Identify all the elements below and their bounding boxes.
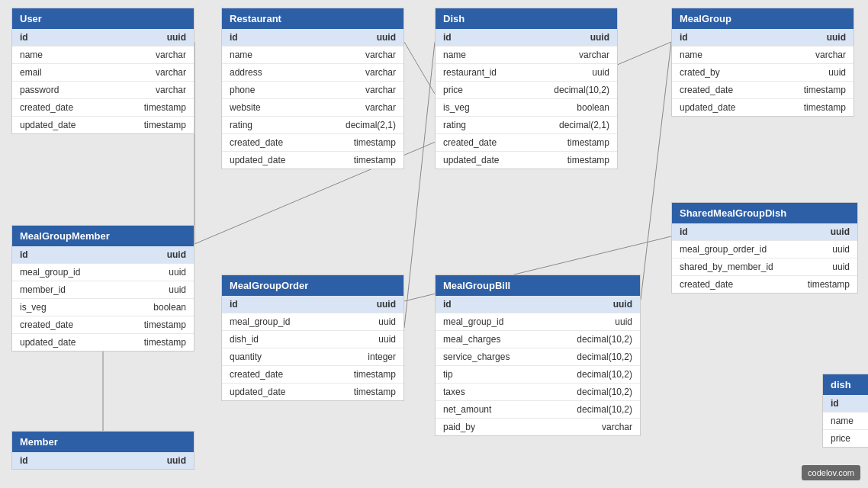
table-row: iduuid xyxy=(672,223,857,241)
col-type: varchar xyxy=(365,85,396,95)
table-row: ratingdecimal(2,1) xyxy=(222,117,403,134)
col-type: varchar xyxy=(365,50,396,60)
col-type: timestamp xyxy=(567,137,609,148)
col-name: created_date xyxy=(20,319,73,330)
col-name: meal_group_id xyxy=(443,316,503,327)
col-type: uuid xyxy=(377,299,396,310)
col-type: uuid xyxy=(167,455,186,466)
table-row: net_amountdecimal(10,2) xyxy=(436,401,640,419)
col-name: created_date xyxy=(443,137,497,148)
col-name: updated_date xyxy=(230,155,285,165)
col-type: timestamp xyxy=(354,155,396,165)
table-row: paid_byvarchar xyxy=(436,419,640,435)
col-type: integer xyxy=(368,352,396,362)
table-row: iduuid xyxy=(12,246,194,264)
col-type: uuid xyxy=(832,244,850,255)
col-name: website xyxy=(230,102,261,113)
table-row: created_datetimestamp xyxy=(672,82,854,99)
table-title-SharedMealGroupDish: SharedMealGroupDish xyxy=(672,203,857,223)
table-row: meal_group_order_iduuid xyxy=(672,241,857,258)
col-type: decimal(10,2) xyxy=(554,85,609,95)
col-type: boolean xyxy=(153,302,186,313)
col-name: paid_by xyxy=(443,422,475,432)
table-row: iduuid xyxy=(12,452,194,469)
col-name: address xyxy=(230,67,262,78)
table-title-Dish: Dish xyxy=(436,8,617,29)
col-name: tip xyxy=(443,369,453,380)
watermark: codelov.com xyxy=(802,465,860,480)
table-row: updated_datetimestamp xyxy=(222,152,403,169)
col-name: id xyxy=(680,32,688,43)
col-type: uuid xyxy=(167,249,186,260)
col-type: varchar xyxy=(365,102,396,113)
col-name: restaurant_id xyxy=(443,67,497,78)
col-type: varchar xyxy=(602,422,632,432)
col-name: name xyxy=(230,50,252,60)
table-row: is_vegboolean xyxy=(12,299,194,316)
col-type: varchar xyxy=(156,67,186,78)
col-name: id xyxy=(831,398,839,409)
table-User: Useriduuidnamevarcharemailvarcharpasswor… xyxy=(11,8,194,134)
table-row: namevarchar xyxy=(436,47,617,64)
table-row: tipdecimal(10,2) xyxy=(436,366,640,384)
table-row: iduuid xyxy=(12,29,194,47)
table-row: name xyxy=(823,413,868,430)
table-title-MealGroupMember: MealGroupMember xyxy=(12,226,194,246)
table-row: updated_datetimestamp xyxy=(222,384,403,400)
col-name: created_date xyxy=(20,102,73,113)
svg-line-5 xyxy=(641,42,671,300)
col-name: meal_group_id xyxy=(20,267,80,278)
table-row: service_chargesdecimal(10,2) xyxy=(436,348,640,366)
table-title-User: User xyxy=(12,8,194,29)
table-row: namevarchar xyxy=(672,47,854,64)
col-name: id xyxy=(443,32,452,43)
col-name: updated_date xyxy=(20,337,76,348)
col-type: uuid xyxy=(832,262,850,272)
col-name: id xyxy=(20,455,28,466)
table-row: ratingdecimal(2,1) xyxy=(436,117,617,134)
col-type: timestamp xyxy=(804,85,846,95)
col-name: is_veg xyxy=(443,102,470,113)
col-name: created_date xyxy=(680,85,733,95)
col-name: name xyxy=(831,416,854,426)
table-row: updated_datetimestamp xyxy=(12,334,194,351)
table-row: price xyxy=(823,430,868,447)
table-Member: Memberiduuid xyxy=(11,431,194,470)
col-name: phone xyxy=(230,85,255,95)
col-type: timestamp xyxy=(144,102,186,113)
table-row: created_datetimestamp xyxy=(436,134,617,152)
table-row: namevarchar xyxy=(12,47,194,64)
col-name: is_veg xyxy=(20,302,47,313)
col-type: uuid xyxy=(167,32,186,43)
table-row: iduuid xyxy=(222,29,403,47)
table-row: taxesdecimal(10,2) xyxy=(436,384,640,401)
col-type: decimal(10,2) xyxy=(577,352,632,362)
table-dish_partial: dishidnameprice xyxy=(822,374,868,448)
col-type: varchar xyxy=(156,85,186,95)
col-name: password xyxy=(20,85,59,95)
col-type: decimal(10,2) xyxy=(577,334,632,345)
table-MealGroupOrder: MealGroupOrderiduuidmeal_group_iduuiddis… xyxy=(221,274,404,401)
col-name: taxes xyxy=(443,387,465,397)
table-row: phonevarchar xyxy=(222,82,403,99)
col-name: updated_date xyxy=(443,155,499,165)
col-name: meal_group_id xyxy=(230,316,290,327)
col-type: uuid xyxy=(590,32,609,43)
col-type: decimal(2,1) xyxy=(559,120,609,130)
table-row: id xyxy=(823,395,868,413)
col-name: created_date xyxy=(230,369,283,380)
col-type: decimal(10,2) xyxy=(577,369,632,380)
table-row: meal_group_iduuid xyxy=(12,264,194,281)
col-type: decimal(2,1) xyxy=(346,120,396,130)
col-type: decimal(10,2) xyxy=(577,404,632,415)
col-name: id xyxy=(443,299,452,310)
col-type: decimal(10,2) xyxy=(577,387,632,397)
col-type: uuid xyxy=(831,226,850,237)
table-row: updated_datetimestamp xyxy=(12,117,194,133)
table-row: websitevarchar xyxy=(222,99,403,117)
table-row: iduuid xyxy=(672,29,854,47)
table-row: quantityinteger xyxy=(222,348,403,366)
col-name: name xyxy=(20,50,43,60)
table-row: created_datetimestamp xyxy=(222,366,403,384)
table-row: pricedecimal(10,2) xyxy=(436,82,617,99)
